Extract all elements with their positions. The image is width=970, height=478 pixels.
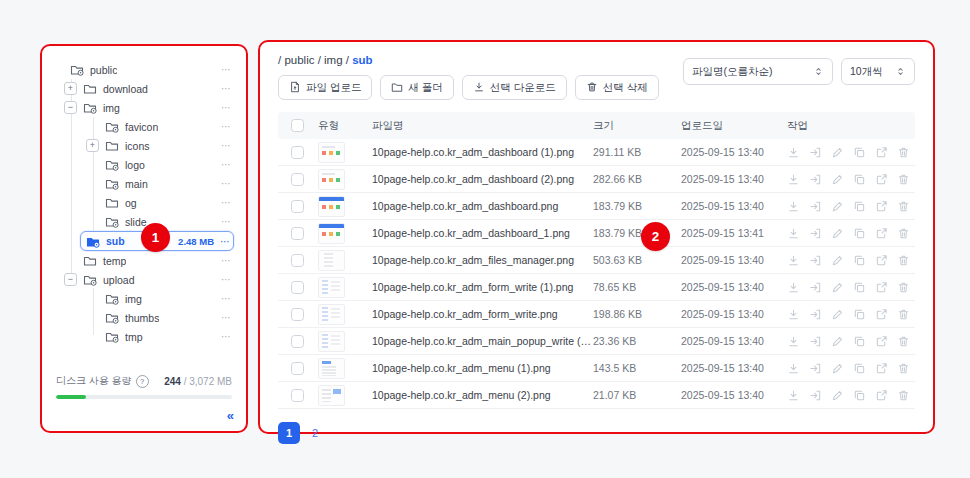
item-menu-icon[interactable]: ⋯	[221, 121, 234, 132]
tree-item-temp[interactable]: temp⋯	[54, 251, 234, 270]
copy-icon[interactable]	[853, 173, 866, 186]
open-icon[interactable]	[875, 227, 888, 240]
item-menu-icon[interactable]: ⋯	[220, 236, 233, 247]
copy-icon[interactable]	[853, 254, 866, 267]
sidebar-collapse-icon[interactable]: «	[227, 408, 234, 423]
tree-item-tmp[interactable]: tmp⋯	[54, 327, 234, 346]
row-checkbox[interactable]	[291, 389, 304, 402]
tree-expander-icon[interactable]: +	[86, 139, 99, 152]
item-menu-icon[interactable]: ⋯	[221, 216, 234, 227]
new-folder-button[interactable]: 새 폴더	[380, 75, 453, 100]
tree-item-upload[interactable]: −upload⋯	[54, 270, 234, 289]
move-icon[interactable]	[809, 335, 822, 348]
open-icon[interactable]	[875, 389, 888, 402]
select-all-checkbox[interactable]	[291, 119, 304, 132]
edit-icon[interactable]	[831, 362, 844, 375]
move-icon[interactable]	[809, 200, 822, 213]
item-menu-icon[interactable]: ⋯	[221, 312, 234, 323]
edit-icon[interactable]	[831, 254, 844, 267]
copy-icon[interactable]	[853, 362, 866, 375]
copy-icon[interactable]	[853, 227, 866, 240]
download-icon[interactable]	[787, 200, 800, 213]
tree-item-main[interactable]: main⋯	[54, 174, 234, 193]
help-icon[interactable]: ?	[136, 375, 149, 388]
breadcrumb-path[interactable]: / public / img /	[278, 54, 352, 66]
delete-selected-button[interactable]: 선택 삭제	[575, 75, 659, 100]
tree-item-logo[interactable]: logo⋯	[54, 155, 234, 174]
tree-item-img[interactable]: img⋯	[54, 289, 234, 308]
delete-icon[interactable]	[897, 146, 910, 159]
delete-icon[interactable]	[897, 362, 910, 375]
edit-icon[interactable]	[831, 281, 844, 294]
copy-icon[interactable]	[853, 200, 866, 213]
open-icon[interactable]	[875, 335, 888, 348]
sort-select[interactable]: 파일명(오름차순)	[683, 58, 833, 85]
row-checkbox[interactable]	[291, 362, 304, 375]
move-icon[interactable]	[809, 254, 822, 267]
item-menu-icon[interactable]: ⋯	[221, 293, 234, 304]
copy-icon[interactable]	[853, 389, 866, 402]
download-selected-button[interactable]: 선택 다운로드	[462, 75, 567, 100]
move-icon[interactable]	[809, 146, 822, 159]
open-icon[interactable]	[875, 254, 888, 267]
move-icon[interactable]	[809, 308, 822, 321]
item-menu-icon[interactable]: ⋯	[221, 159, 234, 170]
row-checkbox[interactable]	[291, 335, 304, 348]
download-icon[interactable]	[787, 389, 800, 402]
item-menu-icon[interactable]: ⋯	[221, 140, 234, 151]
delete-icon[interactable]	[897, 308, 910, 321]
edit-icon[interactable]	[831, 227, 844, 240]
tree-item-public[interactable]: public⋯	[54, 60, 234, 79]
page-size-select[interactable]: 10개씩	[841, 58, 915, 85]
download-icon[interactable]	[787, 227, 800, 240]
tree-item-thumbs[interactable]: thumbs⋯	[54, 308, 234, 327]
edit-icon[interactable]	[831, 308, 844, 321]
edit-icon[interactable]	[831, 335, 844, 348]
row-checkbox[interactable]	[291, 173, 304, 186]
open-icon[interactable]	[875, 200, 888, 213]
row-checkbox[interactable]	[291, 200, 304, 213]
row-checkbox[interactable]	[291, 308, 304, 321]
row-checkbox[interactable]	[291, 146, 304, 159]
tree-expander-icon[interactable]: −	[64, 273, 77, 286]
open-icon[interactable]	[875, 281, 888, 294]
copy-icon[interactable]	[853, 281, 866, 294]
download-icon[interactable]	[787, 254, 800, 267]
edit-icon[interactable]	[831, 146, 844, 159]
tree-item-img[interactable]: −img⋯	[54, 98, 234, 117]
tree-item-favicon[interactable]: favicon⋯	[54, 117, 234, 136]
move-icon[interactable]	[809, 281, 822, 294]
tree-expander-icon[interactable]: −	[64, 101, 77, 114]
item-menu-icon[interactable]: ⋯	[221, 274, 234, 285]
row-checkbox[interactable]	[291, 254, 304, 267]
item-menu-icon[interactable]: ⋯	[221, 197, 234, 208]
page-button-1[interactable]: 1	[278, 422, 300, 444]
page-button-2[interactable]: 2	[312, 427, 318, 439]
item-menu-icon[interactable]: ⋯	[221, 331, 234, 342]
delete-icon[interactable]	[897, 173, 910, 186]
copy-icon[interactable]	[853, 146, 866, 159]
item-menu-icon[interactable]: ⋯	[221, 178, 234, 189]
delete-icon[interactable]	[897, 281, 910, 294]
delete-icon[interactable]	[897, 227, 910, 240]
item-menu-icon[interactable]: ⋯	[221, 64, 234, 75]
row-checkbox[interactable]	[291, 227, 304, 240]
open-icon[interactable]	[875, 173, 888, 186]
row-checkbox[interactable]	[291, 281, 304, 294]
tree-item-icons[interactable]: +icons⋯	[54, 136, 234, 155]
item-menu-icon[interactable]: ⋯	[221, 83, 234, 94]
edit-icon[interactable]	[831, 173, 844, 186]
move-icon[interactable]	[809, 362, 822, 375]
download-icon[interactable]	[787, 173, 800, 186]
item-menu-icon[interactable]: ⋯	[221, 102, 234, 113]
copy-icon[interactable]	[853, 308, 866, 321]
download-icon[interactable]	[787, 335, 800, 348]
move-icon[interactable]	[809, 389, 822, 402]
copy-icon[interactable]	[853, 335, 866, 348]
tree-item-og[interactable]: og⋯	[54, 193, 234, 212]
edit-icon[interactable]	[831, 389, 844, 402]
open-icon[interactable]	[875, 308, 888, 321]
download-icon[interactable]	[787, 146, 800, 159]
delete-icon[interactable]	[897, 389, 910, 402]
delete-icon[interactable]	[897, 254, 910, 267]
